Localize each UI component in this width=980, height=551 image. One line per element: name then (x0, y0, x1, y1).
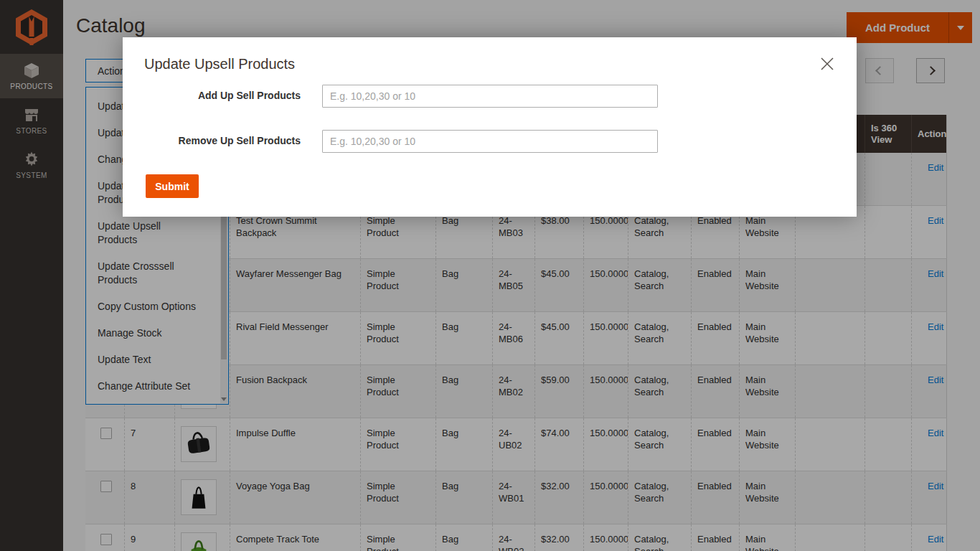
modal-title: Update Upsell Products (144, 56, 295, 72)
add-upsell-label: Add Up Sell Products (123, 90, 301, 101)
add-upsell-input[interactable] (322, 85, 658, 108)
magento-admin-page: PRODUCTS STORES SYSTEM Catalog (0, 0, 980, 551)
submit-button[interactable]: Submit (146, 174, 199, 198)
remove-upsell-input[interactable] (322, 130, 658, 153)
remove-upsell-label: Remove Up Sell Products (123, 135, 301, 146)
update-upsell-products-modal: Update Upsell Products Add Up Sell Produ… (123, 37, 857, 217)
close-icon[interactable] (818, 55, 837, 73)
